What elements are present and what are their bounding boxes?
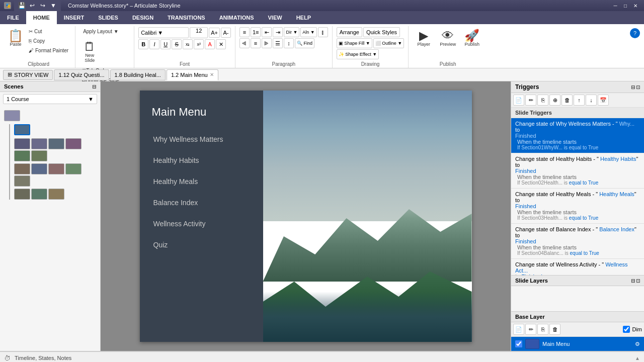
menu-item-why-wellness[interactable]: Why Wellness Matters	[140, 129, 263, 150]
paste-button[interactable]: 📋 Paste	[6, 27, 25, 49]
slide-tab-close[interactable]: ✕	[210, 72, 214, 77]
copy-button[interactable]: ⎘ Copy	[26, 37, 71, 45]
slide-thumb-master[interactable]	[4, 110, 20, 121]
slide-thumb-active[interactable]	[14, 124, 30, 135]
tab-insert[interactable]: INSERT	[57, 11, 91, 24]
text-direction-button[interactable]: Dir ▼	[284, 27, 299, 37]
publish-button[interactable]: 🚀 Publish	[461, 27, 483, 49]
trigger-copy-btn[interactable]: ⎘	[537, 95, 548, 106]
justify-button[interactable]: ☰	[273, 38, 283, 48]
trigger-2-true-link[interactable]: True	[588, 180, 598, 186]
menu-item-wellness-activity[interactable]: Wellness Activity	[140, 213, 263, 234]
base-layer-item[interactable]: Main Menu ⚙	[511, 337, 644, 351]
layout-dropdown[interactable]: Apply Layout ▼	[79, 27, 130, 36]
trigger-item-4[interactable]: Change state of Balance Index - " Balanc…	[511, 224, 644, 259]
trigger-4-equal-link[interactable]: equal to	[570, 250, 588, 256]
cut-button[interactable]: ✂ Cut	[26, 27, 71, 36]
italic-button[interactable]: I	[149, 39, 159, 49]
tab-help[interactable]: HELP	[289, 11, 318, 24]
align-right-button[interactable]: ⫸	[262, 38, 272, 48]
slide-thumb-11[interactable]	[14, 175, 30, 187]
undo-btn[interactable]: ↩	[28, 1, 37, 10]
save-btn[interactable]: 💾	[17, 1, 26, 10]
find-text-button[interactable]: 🔍 Find	[295, 38, 314, 48]
trigger-3-link[interactable]: Healthy Meals	[599, 191, 634, 197]
font-size-input[interactable]: 12	[190, 27, 208, 38]
slide-thumb-14[interactable]	[48, 189, 64, 200]
menu-item-healthy-habits[interactable]: Healthy Habits	[140, 150, 263, 171]
triggers-detach-btn[interactable]: ⊡	[636, 84, 640, 90]
trigger-3-finished-link[interactable]: Finished	[515, 203, 536, 209]
underline-button[interactable]: U	[160, 39, 171, 49]
trigger-item-3[interactable]: Change state of Healthy Meals - " Health…	[511, 189, 644, 224]
tab-animations[interactable]: ANIMATIONS	[212, 11, 261, 24]
slide-thumb-12[interactable]	[14, 189, 30, 200]
scenes-collapse-btn[interactable]: ⊟	[92, 84, 96, 89]
line-spacing-button[interactable]: ↕	[284, 38, 294, 48]
font-size-up-button[interactable]: A+	[209, 28, 220, 38]
trigger-4-finished-link[interactable]: Finished	[515, 238, 536, 244]
tab-slides[interactable]: SLIDES	[91, 11, 125, 24]
trigger-edit-btn[interactable]: ✏	[525, 95, 536, 106]
menu-item-balance-index[interactable]: Balance Index	[140, 192, 263, 213]
base-layer-delete-btn[interactable]: 🗑	[549, 324, 560, 335]
tab-view[interactable]: VIEW	[261, 11, 289, 24]
slide-thumb-13[interactable]	[31, 189, 47, 200]
help-icon[interactable]: ?	[630, 28, 640, 38]
trigger-3-true-link[interactable]: True	[588, 215, 598, 221]
trigger-2-link[interactable]: Healthy Habits	[600, 156, 636, 162]
shape-fill-button[interactable]: ▣ Shape Fill ▼	[337, 38, 372, 48]
slide-thumb-3[interactable]	[48, 138, 64, 149]
trigger-4-link[interactable]: Balance Index	[599, 226, 634, 232]
scenes-course-dropdown[interactable]: 1 Course ▼	[3, 94, 97, 104]
preview-button[interactable]: 👁 Preview	[437, 27, 459, 49]
base-layer-settings-icon[interactable]: ⚙	[635, 341, 640, 347]
slide-thumb-8[interactable]	[31, 163, 47, 174]
new-slide-button[interactable]: 🗒 New Slide	[79, 38, 100, 65]
slide-layers-collapse-btn[interactable]: ⊟	[631, 278, 635, 284]
shape-outline-button[interactable]: ⬜ Outline ▼	[373, 38, 404, 48]
numbering-button[interactable]: 1≡	[251, 27, 261, 37]
format-painter-button[interactable]: 🖌 Format Painter	[26, 46, 71, 55]
trigger-1-finished-link[interactable]: Finished	[515, 133, 536, 139]
align-center-button[interactable]: ≡	[251, 38, 261, 48]
qat-dropdown-btn[interactable]: ▼	[49, 1, 58, 10]
slide-thumb-5[interactable]	[14, 150, 30, 161]
timeline-bar[interactable]: ⏱ Timeline, States, Notes ▲	[0, 351, 644, 362]
trigger-3-equal-link[interactable]: equal to	[569, 215, 587, 221]
trigger-move-up-btn[interactable]: ↑	[574, 95, 585, 106]
font-size-down-button[interactable]: A-	[221, 28, 231, 38]
close-btn[interactable]: ✕	[631, 2, 640, 9]
slide-tab-3[interactable]: 1.2 Main Menu ✕	[167, 69, 218, 80]
trigger-move-down-btn[interactable]: ↓	[586, 95, 597, 106]
bold-button[interactable]: B	[138, 39, 148, 49]
slide-thumb-7[interactable]	[14, 163, 30, 174]
shape-effect-button[interactable]: ✨ Shape Effect ▼	[337, 49, 379, 59]
slide-thumb-4[interactable]	[65, 138, 82, 149]
trigger-new-btn[interactable]: 📄	[513, 95, 524, 106]
strikethrough-button[interactable]: S	[172, 39, 182, 49]
align-left-button[interactable]: ⫷	[239, 38, 250, 48]
base-layer-copy-btn[interactable]: ⎘	[537, 324, 548, 335]
tab-home[interactable]: HOME	[26, 11, 57, 24]
quick-styles-button[interactable]: Quick Styles	[363, 27, 400, 37]
triggers-collapse-btn[interactable]: ⊟	[631, 84, 635, 90]
trigger-item-1[interactable]: Change state of Why Wellness Matters - "…	[511, 118, 644, 153]
subscript-button[interactable]: x₂	[183, 39, 193, 49]
slide-thumb-6[interactable]	[31, 150, 47, 161]
tab-file[interactable]: FILE	[0, 11, 26, 24]
base-layer-edit-btn[interactable]: ✏	[525, 324, 536, 335]
tab-design[interactable]: DESIGN	[125, 11, 160, 24]
dim-checkbox[interactable]	[623, 326, 630, 333]
slide-thumb-10[interactable]	[65, 163, 82, 174]
columns-button[interactable]: ⫿	[318, 27, 328, 37]
increase-indent-button[interactable]: ⇥	[273, 27, 283, 37]
player-button[interactable]: ▶ Player	[413, 27, 435, 49]
slide-thumb-1[interactable]	[14, 138, 30, 149]
trigger-add-btn[interactable]: ⊕	[549, 95, 560, 106]
tab-transitions[interactable]: TRANSITIONS	[160, 11, 212, 24]
redo-btn[interactable]: ↪	[38, 1, 47, 10]
base-layer-visible-checkbox[interactable]	[515, 340, 522, 347]
base-layer-new-btn[interactable]: 📄	[513, 324, 524, 335]
align-text-button[interactable]: Aln ▼	[300, 27, 316, 37]
